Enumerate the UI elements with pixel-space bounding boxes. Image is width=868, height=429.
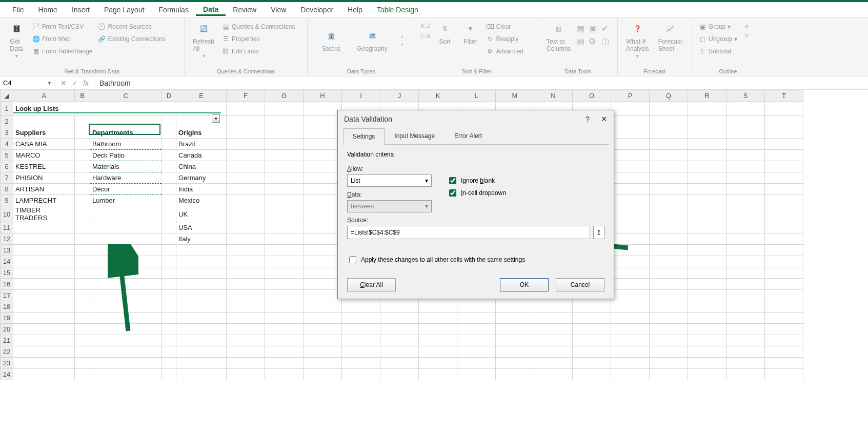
cell-C23[interactable] [90, 358, 162, 369]
cell-R12[interactable] [688, 233, 726, 245]
cell-F15[interactable] [227, 267, 265, 279]
cell-S10[interactable] [726, 206, 765, 222]
col-header-I[interactable]: I [342, 90, 380, 102]
cell-L22[interactable] [457, 346, 496, 358]
row-header-6[interactable]: 6 [1, 161, 13, 172]
row-header-10[interactable]: 10 [1, 206, 13, 222]
col-header-C[interactable]: C [90, 90, 162, 102]
cell-S11[interactable] [726, 222, 765, 233]
cell-E11[interactable]: USA [176, 222, 227, 233]
cell-B14[interactable] [75, 256, 90, 267]
cell-G2[interactable] [265, 116, 304, 127]
cell-G8[interactable] [265, 184, 304, 195]
cell-M23[interactable] [496, 358, 534, 369]
cell-M18[interactable] [496, 301, 534, 313]
flash-fill-icon[interactable]: ▦ [577, 24, 586, 33]
properties-button[interactable]: ☰Properties [220, 34, 296, 44]
cell-C21[interactable] [90, 335, 162, 346]
cell-F3[interactable] [227, 127, 265, 139]
cell-B24[interactable] [75, 369, 90, 380]
row-header-14[interactable]: 14 [1, 256, 13, 267]
cell-F4[interactable] [227, 139, 265, 150]
row-header-5[interactable]: 5 [1, 150, 13, 161]
cell-K20[interactable] [419, 324, 457, 335]
cell-S20[interactable] [726, 324, 765, 335]
cell-O24[interactable] [573, 369, 611, 380]
cell-T8[interactable] [765, 184, 803, 195]
cell-C5[interactable]: Deck Patio [90, 150, 162, 161]
cell-T23[interactable] [765, 358, 803, 369]
refresh-all-button[interactable]: 🔄 Refresh All ▾ [190, 20, 217, 61]
cell-J20[interactable] [380, 324, 419, 335]
existing-connections-button[interactable]: 🔗Existing Connections [97, 34, 167, 44]
clear-filter-button[interactable]: ⌫Clear [485, 22, 524, 32]
menu-formulas[interactable]: Formulas [152, 4, 196, 16]
cancel-button[interactable]: Cancel [556, 278, 604, 291]
col-header-A[interactable]: A [13, 90, 75, 102]
col-header-F[interactable]: F [227, 90, 265, 102]
cell-S6[interactable] [726, 161, 765, 172]
cell-L18[interactable] [457, 301, 496, 313]
cell-Q8[interactable] [650, 184, 688, 195]
cell-O18[interactable] [573, 301, 611, 313]
cell-K19[interactable] [419, 313, 457, 324]
cell-R15[interactable] [688, 267, 726, 279]
col-header-R[interactable]: R [688, 90, 726, 102]
cell-B10[interactable] [75, 206, 90, 222]
range-picker-button[interactable]: ↥ [593, 226, 604, 239]
col-header-L[interactable]: L [457, 90, 496, 102]
cell-C19[interactable] [90, 313, 162, 324]
subtotal-button[interactable]: ΣSubtotal [697, 46, 738, 56]
cell-G9[interactable] [265, 195, 304, 206]
cell-H22[interactable] [304, 346, 342, 358]
cell-H12[interactable] [304, 233, 342, 245]
cell-D12[interactable] [162, 233, 176, 245]
cell-T14[interactable] [765, 256, 803, 267]
cell-B9[interactable] [75, 195, 90, 206]
cell-G20[interactable] [265, 324, 304, 335]
cell-D19[interactable] [162, 313, 176, 324]
row-header-1[interactable]: 1 [1, 102, 13, 116]
filter-button[interactable]: ▼Filter [459, 20, 482, 46]
cell-P19[interactable] [611, 313, 650, 324]
cell-D3[interactable] [162, 127, 176, 139]
cell-E24[interactable] [176, 369, 227, 380]
cell-E20[interactable] [176, 324, 227, 335]
cell-N23[interactable] [534, 358, 573, 369]
cell-H20[interactable] [304, 324, 342, 335]
cell-B2[interactable] [75, 116, 90, 127]
cell-F12[interactable] [227, 233, 265, 245]
cell-N19[interactable] [534, 313, 573, 324]
cell-T15[interactable] [765, 267, 803, 279]
cell-P16[interactable] [611, 279, 650, 290]
cell-D13[interactable] [162, 245, 176, 256]
cell-G19[interactable] [265, 313, 304, 324]
cell-Q5[interactable] [650, 150, 688, 161]
menu-home[interactable]: Home [31, 4, 65, 16]
cell-T12[interactable] [765, 233, 803, 245]
cell-Q21[interactable] [650, 335, 688, 346]
cell-F14[interactable] [227, 256, 265, 267]
cell-C14[interactable] [90, 256, 162, 267]
cell-R16[interactable] [688, 279, 726, 290]
cell-H13[interactable] [304, 245, 342, 256]
cell-D23[interactable] [162, 358, 176, 369]
cell-G3[interactable] [265, 127, 304, 139]
cell-P15[interactable] [611, 267, 650, 279]
origins-filter-button[interactable]: ▾ [212, 114, 220, 123]
cell-C13[interactable] [90, 245, 162, 256]
sort-button[interactable]: ⇅Sort [434, 20, 456, 46]
cell-B12[interactable] [75, 233, 90, 245]
from-text-csv-button[interactable]: 📄From Text/CSV [31, 22, 94, 32]
cell-B19[interactable] [75, 313, 90, 324]
cell-F16[interactable] [227, 279, 265, 290]
row-header-18[interactable]: 18 [1, 301, 13, 313]
cell-E9[interactable]: Mexico [176, 195, 227, 206]
cell-K18[interactable] [419, 301, 457, 313]
menu-view[interactable]: View [264, 4, 293, 16]
cell-F8[interactable] [227, 184, 265, 195]
col-header-P[interactable]: P [611, 90, 650, 102]
cell-S5[interactable] [726, 150, 765, 161]
cell-O19[interactable] [573, 313, 611, 324]
cell-A24[interactable] [13, 369, 75, 380]
